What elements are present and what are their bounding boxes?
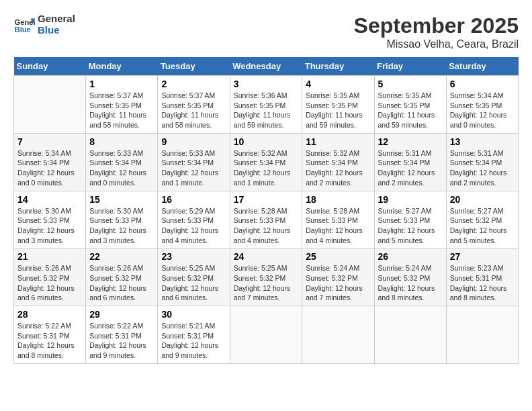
table-row (302, 306, 374, 364)
logo: General Blue General Blue (13, 13, 75, 36)
table-row: 12Sunrise: 5:31 AM Sunset: 5:34 PM Dayli… (374, 133, 446, 191)
day-number: 12 (378, 136, 443, 147)
table-row: 2Sunrise: 5:37 AM Sunset: 5:35 PM Daylig… (158, 76, 230, 134)
table-row (14, 76, 86, 134)
day-number: 23 (161, 251, 226, 262)
table-row: 20Sunrise: 5:27 AM Sunset: 5:32 PM Dayli… (446, 191, 518, 248)
day-info: Sunrise: 5:24 AM Sunset: 5:32 PM Dayligh… (306, 263, 370, 303)
day-info: Sunrise: 5:30 AM Sunset: 5:33 PM Dayligh… (89, 206, 154, 246)
day-number: 7 (17, 136, 82, 147)
day-info: Sunrise: 5:22 AM Sunset: 5:31 PM Dayligh… (17, 321, 82, 361)
table-row: 21Sunrise: 5:26 AM Sunset: 5:32 PM Dayli… (14, 248, 86, 306)
day-info: Sunrise: 5:35 AM Sunset: 5:35 PM Dayligh… (378, 91, 443, 130)
table-row: 26Sunrise: 5:24 AM Sunset: 5:32 PM Dayli… (374, 248, 446, 306)
day-info: Sunrise: 5:37 AM Sunset: 5:35 PM Dayligh… (89, 91, 154, 130)
table-row: 10Sunrise: 5:32 AM Sunset: 5:34 PM Dayli… (230, 133, 302, 191)
day-number: 19 (378, 194, 443, 205)
svg-text:Blue: Blue (15, 26, 31, 34)
table-row: 14Sunrise: 5:30 AM Sunset: 5:33 PM Dayli… (14, 191, 86, 248)
table-row: 3Sunrise: 5:36 AM Sunset: 5:35 PM Daylig… (230, 76, 302, 134)
day-info: Sunrise: 5:25 AM Sunset: 5:32 PM Dayligh… (161, 263, 226, 303)
day-info: Sunrise: 5:34 AM Sunset: 5:34 PM Dayligh… (17, 148, 82, 188)
day-info: Sunrise: 5:37 AM Sunset: 5:35 PM Dayligh… (161, 91, 226, 130)
col-wednesday: Wednesday (230, 57, 302, 76)
day-number: 26 (378, 251, 443, 262)
calendar-week-row: 28Sunrise: 5:22 AM Sunset: 5:31 PM Dayli… (14, 306, 519, 364)
table-row: 17Sunrise: 5:28 AM Sunset: 5:33 PM Dayli… (230, 191, 302, 248)
day-number: 9 (161, 136, 226, 147)
table-row (230, 306, 302, 364)
table-row: 23Sunrise: 5:25 AM Sunset: 5:32 PM Dayli… (158, 248, 230, 306)
day-number: 6 (450, 79, 515, 89)
day-info: Sunrise: 5:36 AM Sunset: 5:35 PM Dayligh… (234, 91, 299, 130)
day-info: Sunrise: 5:32 AM Sunset: 5:34 PM Dayligh… (234, 148, 299, 188)
day-info: Sunrise: 5:31 AM Sunset: 5:34 PM Dayligh… (378, 148, 443, 188)
day-number: 24 (234, 251, 299, 262)
day-info: Sunrise: 5:22 AM Sunset: 5:31 PM Dayligh… (89, 321, 154, 361)
table-row: 7Sunrise: 5:34 AM Sunset: 5:34 PM Daylig… (14, 133, 86, 191)
day-info: Sunrise: 5:25 AM Sunset: 5:32 PM Dayligh… (234, 263, 299, 303)
page-header: General Blue General Blue September 2025… (13, 13, 519, 50)
table-row (446, 306, 518, 364)
day-info: Sunrise: 5:33 AM Sunset: 5:34 PM Dayligh… (161, 148, 226, 188)
day-number: 15 (89, 194, 154, 205)
day-number: 28 (17, 309, 82, 320)
day-number: 11 (306, 136, 370, 147)
location-title: Missao Velha, Ceara, Brazil (354, 38, 519, 50)
calendar-week-row: 21Sunrise: 5:26 AM Sunset: 5:32 PM Dayli… (14, 248, 519, 306)
logo-text-blue: Blue (38, 25, 75, 36)
day-number: 4 (306, 79, 370, 89)
day-number: 16 (161, 194, 226, 205)
day-number: 25 (306, 251, 370, 262)
calendar-header-row: Sunday Monday Tuesday Wednesday Thursday… (14, 57, 519, 76)
day-info: Sunrise: 5:28 AM Sunset: 5:33 PM Dayligh… (306, 206, 370, 246)
day-info: Sunrise: 5:28 AM Sunset: 5:33 PM Dayligh… (234, 206, 299, 246)
col-sunday: Sunday (14, 57, 86, 76)
day-info: Sunrise: 5:34 AM Sunset: 5:35 PM Dayligh… (450, 91, 515, 130)
table-row (374, 306, 446, 364)
day-info: Sunrise: 5:32 AM Sunset: 5:34 PM Dayligh… (306, 148, 370, 188)
day-number: 2 (161, 79, 226, 89)
table-row: 13Sunrise: 5:31 AM Sunset: 5:34 PM Dayli… (446, 133, 518, 191)
day-number: 3 (234, 79, 299, 89)
col-thursday: Thursday (302, 57, 374, 76)
calendar-week-row: 14Sunrise: 5:30 AM Sunset: 5:33 PM Dayli… (14, 191, 519, 248)
day-info: Sunrise: 5:27 AM Sunset: 5:32 PM Dayligh… (450, 206, 515, 246)
table-row: 8Sunrise: 5:33 AM Sunset: 5:34 PM Daylig… (86, 133, 158, 191)
table-row: 6Sunrise: 5:34 AM Sunset: 5:35 PM Daylig… (446, 76, 518, 134)
title-area: September 2025 Missao Velha, Ceara, Braz… (354, 13, 519, 50)
day-number: 21 (17, 251, 82, 262)
month-title: September 2025 (354, 13, 519, 38)
day-info: Sunrise: 5:30 AM Sunset: 5:33 PM Dayligh… (17, 206, 82, 246)
table-row: 4Sunrise: 5:35 AM Sunset: 5:35 PM Daylig… (302, 76, 374, 134)
day-number: 22 (89, 251, 154, 262)
day-info: Sunrise: 5:21 AM Sunset: 5:31 PM Dayligh… (161, 321, 226, 361)
table-row: 18Sunrise: 5:28 AM Sunset: 5:33 PM Dayli… (302, 191, 374, 248)
col-friday: Friday (374, 57, 446, 76)
calendar-week-row: 7Sunrise: 5:34 AM Sunset: 5:34 PM Daylig… (14, 133, 519, 191)
table-row: 28Sunrise: 5:22 AM Sunset: 5:31 PM Dayli… (14, 306, 86, 364)
day-info: Sunrise: 5:27 AM Sunset: 5:33 PM Dayligh… (378, 206, 443, 246)
day-info: Sunrise: 5:33 AM Sunset: 5:34 PM Dayligh… (89, 148, 154, 188)
table-row: 5Sunrise: 5:35 AM Sunset: 5:35 PM Daylig… (374, 76, 446, 134)
table-row: 25Sunrise: 5:24 AM Sunset: 5:32 PM Dayli… (302, 248, 374, 306)
day-info: Sunrise: 5:26 AM Sunset: 5:32 PM Dayligh… (89, 263, 154, 303)
table-row: 22Sunrise: 5:26 AM Sunset: 5:32 PM Dayli… (86, 248, 158, 306)
col-monday: Monday (86, 57, 158, 76)
day-number: 17 (234, 194, 299, 205)
col-tuesday: Tuesday (158, 57, 230, 76)
day-info: Sunrise: 5:29 AM Sunset: 5:33 PM Dayligh… (161, 206, 226, 246)
day-info: Sunrise: 5:26 AM Sunset: 5:32 PM Dayligh… (17, 263, 82, 303)
table-row: 16Sunrise: 5:29 AM Sunset: 5:33 PM Dayli… (158, 191, 230, 248)
table-row: 30Sunrise: 5:21 AM Sunset: 5:31 PM Dayli… (158, 306, 230, 364)
calendar-table: Sunday Monday Tuesday Wednesday Thursday… (13, 57, 519, 364)
col-saturday: Saturday (446, 57, 518, 76)
table-row: 11Sunrise: 5:32 AM Sunset: 5:34 PM Dayli… (302, 133, 374, 191)
logo-icon: General Blue (13, 14, 35, 36)
day-number: 20 (450, 194, 515, 205)
day-info: Sunrise: 5:31 AM Sunset: 5:34 PM Dayligh… (450, 148, 515, 188)
day-number: 27 (450, 251, 515, 262)
table-row: 9Sunrise: 5:33 AM Sunset: 5:34 PM Daylig… (158, 133, 230, 191)
table-row: 27Sunrise: 5:23 AM Sunset: 5:31 PM Dayli… (446, 248, 518, 306)
day-info: Sunrise: 5:23 AM Sunset: 5:31 PM Dayligh… (450, 263, 515, 303)
